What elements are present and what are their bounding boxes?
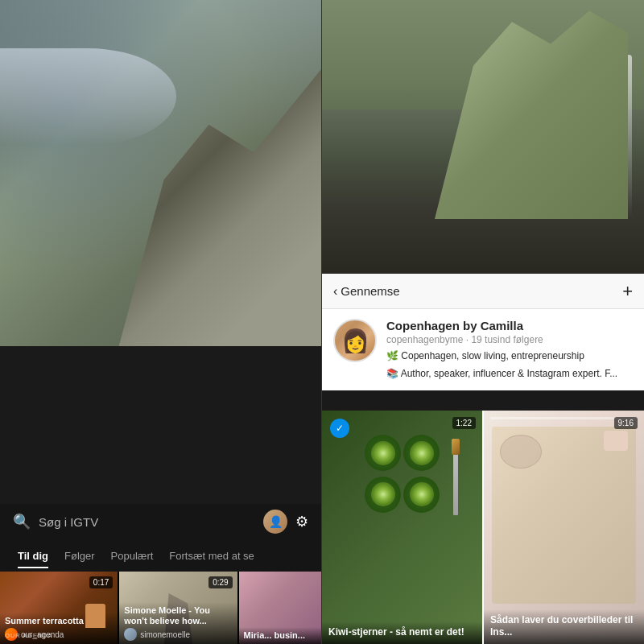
video-card-cover[interactable]: 9:16 Sådan laver du coverbilleder til In… [484, 411, 644, 644]
kiwi-half-1 [365, 435, 401, 471]
tab-folger[interactable]: Følger [56, 543, 103, 568]
waterfall-detail [625, 55, 632, 219]
add-button[interactable]: + [622, 281, 633, 302]
kiwi-visual [354, 435, 451, 515]
user-avatar[interactable] [263, 510, 287, 534]
back-chevron-icon: ‹ [333, 284, 337, 299]
video-thumb-3[interactable]: Miria... busin... [239, 572, 321, 644]
kiwi-half-3 [365, 477, 401, 513]
cover-video-title: Sådan laver du coverbilleder til Ins... [490, 614, 638, 639]
author-avatar-2 [124, 628, 137, 641]
video-thumb-1[interactable]: 0:17 Summer terracotta our_agenda OUR AG… [0, 572, 118, 644]
video-author-2: simonemoelle [140, 630, 190, 639]
profile-avatar[interactable] [333, 319, 377, 362]
back-label: Gennemse [341, 284, 399, 298]
tabs-bar: Til dig Følger Populært Fortsæt med at s… [0, 539, 321, 572]
left-panel: 🔍 Søg i IGTV ⚙ Til dig Følger Populært F… [0, 0, 322, 644]
duration-badge-2: 0:29 [208, 576, 232, 588]
cover-video-duration: 9:16 [614, 417, 638, 429]
kiwi-video-duration: 1:22 [452, 417, 476, 429]
right-panel: ‹ Gennemse + Copenhagen by Camilla copen… [322, 0, 644, 644]
video-card-kiwi[interactable]: ✓ 1:22 Kiwi-stjerner - så nemt er det! [322, 411, 482, 644]
search-bar: 🔍 Søg i IGTV ⚙ [0, 504, 321, 539]
profile-handle: copenhagenbyme · 19 tusind følgere [386, 334, 633, 345]
profile-video-grid: ✓ 1:22 Kiwi-stjerner - så nemt er det! 9… [322, 411, 644, 644]
video-thumb-2[interactable]: 0:29 Simone Moelle - You won't believe h… [119, 572, 237, 644]
right-nav-bar: ‹ Gennemse + [322, 274, 644, 309]
search-icon: 🔍 [13, 513, 31, 530]
back-button[interactable]: ‹ Gennemse [333, 284, 400, 299]
knife-visual [453, 451, 458, 515]
tea-cup-visual [492, 427, 636, 604]
cloud-area [0, 48, 176, 145]
right-hero-image [322, 0, 644, 274]
kiwi-video-title: Kiwi-stjerner - så nemt er det! [328, 626, 476, 639]
tab-fortsat[interactable]: Fortsæt med at se [161, 543, 262, 568]
tab-populaert[interactable]: Populært [103, 543, 162, 568]
video-author-row-2: simonemoelle [124, 628, 232, 641]
video-info-1: Summer terracotta our_agenda [0, 613, 118, 644]
duration-badge-1: 0:17 [89, 576, 113, 588]
video-info-2: Simone Moelle - You won't believe how...… [119, 602, 237, 644]
left-hero-image [0, 0, 321, 346]
profile-section: Copenhagen by Camilla copenhagenbyme · 1… [322, 309, 644, 390]
profile-bio-line2: 📚 Author, speaker, influencer & Instagra… [386, 367, 633, 381]
checkmark-badge: ✓ [330, 419, 349, 438]
video-info-3: Miria... busin... [239, 627, 321, 644]
settings-icon[interactable]: ⚙ [295, 513, 308, 530]
profile-info: Copenhagen by Camilla copenhagenbyme · 1… [386, 319, 633, 381]
profile-name: Copenhagen by Camilla [386, 319, 633, 333]
tab-til-dig[interactable]: Til dig [10, 543, 56, 568]
video-title-1: Summer terracotta [5, 616, 113, 626]
kiwi-half-2 [403, 435, 440, 471]
cover-video-info: Sådan laver du coverbilleder til Ins... [484, 609, 644, 644]
logo-text: OUR AGENDA [5, 632, 52, 639]
search-input-label[interactable]: Søg i IGTV [39, 515, 255, 529]
video-grid: 0:17 Summer terracotta our_agenda OUR AG… [0, 572, 321, 644]
video-title-3: Miria... busin... [244, 630, 316, 641]
profile-bio-line1: 🌿 Copenhagen, slow living, entrepreneurs… [386, 349, 633, 363]
kiwi-half-4 [403, 477, 440, 513]
kiwi-video-info: Kiwi-stjerner - så nemt er det! [322, 621, 482, 644]
video-title-2: Simone Moelle - You won't believe how... [124, 605, 232, 626]
